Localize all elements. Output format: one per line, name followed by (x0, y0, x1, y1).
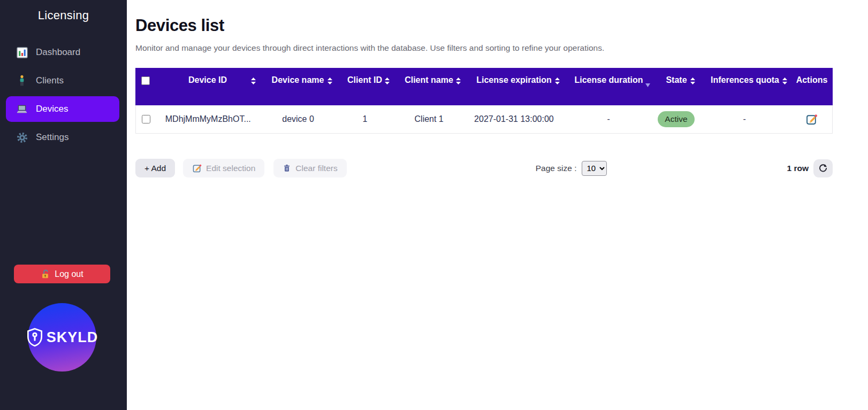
row-checkbox-cell (136, 105, 156, 133)
page-size-label: Page size : (536, 164, 577, 173)
sidebar: Licensing Dashboard Clients Devices (0, 0, 127, 410)
cell-device-id: MDhjMmMyMzBhOT... (156, 114, 260, 124)
sidebar-item-dashboard[interactable]: Dashboard (6, 40, 119, 65)
app-title: Licensing (0, 0, 127, 22)
cell-actions (790, 113, 832, 126)
sort-desc-icon[interactable] (645, 80, 650, 89)
sidebar-item-devices[interactable]: Devices (6, 96, 119, 122)
cell-client-id: 1 (336, 114, 393, 124)
main-content: Devices list Monitor and manage your dev… (127, 0, 868, 410)
edit-row-button[interactable] (805, 113, 818, 126)
column-label: License expiration (476, 75, 552, 105)
app-root: Licensing Dashboard Clients Devices (0, 0, 868, 410)
column-license-duration[interactable]: License duration (564, 68, 654, 105)
row-count-area: 1 row (787, 159, 833, 177)
header-checkbox-cell (135, 68, 156, 105)
person-icon (16, 75, 28, 87)
sort-icon[interactable] (456, 77, 461, 87)
sidebar-item-settings[interactable]: Settings (6, 125, 119, 150)
cell-inferences-quota: - (698, 114, 790, 124)
sidebar-item-label: Clients (36, 75, 64, 86)
logout-button[interactable]: Log out (14, 265, 110, 283)
page-size-control: Page size : 10 (536, 161, 607, 176)
refresh-button[interactable] (813, 159, 833, 177)
trash-icon (283, 164, 291, 173)
sort-icon[interactable] (555, 77, 560, 87)
sort-icon[interactable] (385, 77, 390, 87)
sidebar-nav: Dashboard Clients Devices Settings (0, 40, 127, 150)
edit-icon (192, 164, 202, 173)
sidebar-item-label: Dashboard (36, 47, 80, 58)
column-client-id[interactable]: Client ID (336, 68, 393, 105)
column-device-name[interactable]: Device name (260, 68, 336, 105)
column-label: Actions (796, 75, 828, 105)
column-label: Inferences quota (711, 75, 779, 105)
column-device-id[interactable]: Device ID (156, 68, 260, 105)
row-checkbox[interactable] (142, 115, 150, 123)
laptop-icon (16, 103, 28, 115)
add-button[interactable]: + Add (135, 159, 175, 177)
column-state[interactable]: State (654, 68, 699, 105)
page-size-select[interactable]: 10 (582, 161, 607, 176)
edit-selection-label: Edit selection (206, 164, 255, 173)
cell-client-name: Client 1 (393, 114, 465, 124)
cell-device-name: device 0 (260, 114, 337, 124)
logout-label: Log out (55, 269, 83, 279)
row-count: 1 row (787, 164, 809, 173)
sidebar-item-label: Settings (36, 132, 68, 143)
table-row: MDhjMmMyMzBhOT... device 0 1 Client 1 20… (135, 105, 833, 134)
table-header: Device ID Device name Client ID Client n… (135, 68, 833, 105)
sort-icon[interactable] (690, 77, 695, 87)
cell-license-duration: - (564, 114, 654, 124)
column-label: Client ID (347, 75, 382, 105)
shield-icon (26, 328, 43, 347)
sort-icon[interactable] (251, 77, 256, 87)
column-actions: Actions (791, 68, 833, 105)
skyld-logo: SKYLD (28, 303, 96, 372)
column-label: Client name (405, 75, 453, 105)
edit-icon (805, 113, 818, 126)
column-client-name[interactable]: Client name (393, 68, 465, 105)
select-all-checkbox[interactable] (141, 76, 150, 85)
cell-state: Active (654, 111, 699, 127)
column-license-expiration[interactable]: License expiration (465, 68, 564, 105)
clear-filters-label: Clear filters (295, 164, 337, 173)
column-label: Device ID (188, 75, 227, 105)
refresh-icon (818, 164, 828, 173)
status-badge: Active (658, 111, 694, 127)
gear-icon (16, 131, 28, 143)
sort-icon[interactable] (782, 77, 787, 87)
clear-filters-button[interactable]: Clear filters (273, 159, 346, 177)
table-toolbar: + Add Edit selection Clear filters Page … (135, 159, 833, 177)
page-title: Devices list (135, 16, 868, 35)
sort-icon[interactable] (328, 77, 332, 87)
sidebar-item-clients[interactable]: Clients (6, 68, 119, 94)
bar-chart-icon (16, 47, 28, 58)
column-inferences-quota[interactable]: Inferences quota (699, 68, 791, 105)
logo-text: SKYLD (47, 329, 98, 346)
column-label: Device name (272, 75, 324, 105)
column-label: State (666, 75, 687, 105)
column-label: License duration (574, 75, 643, 105)
sidebar-item-label: Devices (36, 104, 68, 114)
open-lock-icon (41, 269, 50, 279)
page-subtitle: Monitor and manage your devices through … (135, 43, 868, 53)
devices-table: Device ID Device name Client ID Client n… (135, 68, 833, 134)
cell-license-expiration: 2027-01-31 13:00:00 (465, 114, 564, 124)
edit-selection-button[interactable]: Edit selection (183, 159, 264, 177)
add-button-label: + Add (144, 164, 166, 173)
